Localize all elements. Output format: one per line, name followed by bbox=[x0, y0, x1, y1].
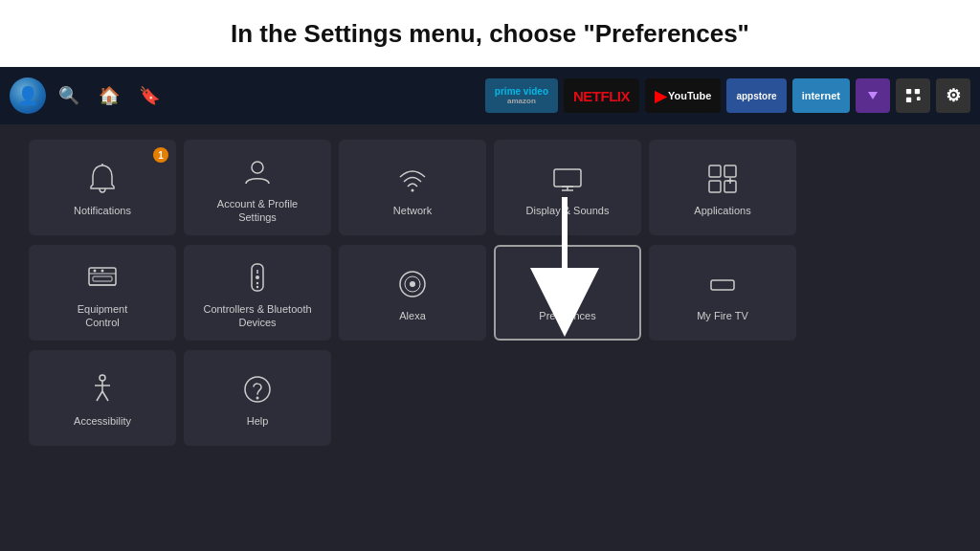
title-banner: In the Settings menu, choose "Preference… bbox=[0, 0, 980, 67]
tile-display-sounds-label: Display & Sounds bbox=[526, 204, 610, 217]
svg-point-49 bbox=[256, 396, 259, 399]
arrow-app-button[interactable] bbox=[856, 78, 890, 113]
svg-rect-2 bbox=[915, 89, 920, 94]
tile-notifications-label: Notifications bbox=[74, 204, 131, 217]
svg-rect-15 bbox=[724, 165, 736, 177]
svg-rect-10 bbox=[554, 169, 581, 187]
svg-point-28 bbox=[256, 276, 259, 279]
prime-video-button[interactable]: prime video amazon bbox=[485, 78, 558, 113]
settings-row-2-container: Equipment Control Controllers & Bluetoot… bbox=[29, 245, 951, 341]
svg-point-23 bbox=[101, 269, 104, 272]
home-icon[interactable]: 🏠 bbox=[92, 78, 126, 113]
netflix-button[interactable]: NETFLIX bbox=[564, 78, 639, 113]
svg-line-46 bbox=[97, 391, 102, 401]
svg-marker-0 bbox=[868, 92, 878, 99]
tile-accessibility[interactable]: Accessibility bbox=[29, 350, 176, 446]
tile-account[interactable]: Account & Profile Settings bbox=[184, 140, 331, 235]
tile-applications[interactable]: Applications bbox=[649, 140, 796, 235]
internet-button[interactable]: internet bbox=[792, 78, 850, 113]
grid-button[interactable] bbox=[896, 78, 930, 113]
svg-point-33 bbox=[410, 281, 415, 287]
svg-rect-1 bbox=[906, 89, 911, 94]
search-icon[interactable]: 🔍 bbox=[52, 78, 86, 113]
svg-rect-40 bbox=[711, 280, 734, 290]
nav-bar: 👤 🔍 🏠 🔖 prime video amazon NETFLIX ▶ You… bbox=[0, 67, 980, 124]
tile-alexa[interactable]: Alexa bbox=[339, 245, 486, 341]
settings-gear-button[interactable]: ⚙ bbox=[936, 78, 970, 113]
tile-help-label: Help bbox=[247, 414, 269, 428]
svg-point-39 bbox=[567, 291, 572, 297]
main-content: 1 Notifications Account & Profile Settin… bbox=[0, 124, 980, 551]
bookmark-icon[interactable]: 🔖 bbox=[132, 78, 167, 113]
tile-display-sounds[interactable]: Display & Sounds bbox=[494, 140, 641, 235]
tile-notifications[interactable]: 1 Notifications bbox=[29, 140, 176, 235]
tile-controllers[interactable]: Controllers & Bluetooth Devices bbox=[184, 245, 331, 341]
settings-row-2: Equipment Control Controllers & Bluetoot… bbox=[29, 245, 951, 341]
svg-point-9 bbox=[412, 188, 414, 191]
svg-rect-16 bbox=[709, 181, 721, 192]
tile-help[interactable]: Help bbox=[184, 350, 331, 446]
svg-rect-14 bbox=[709, 165, 721, 177]
title-text: In the Settings menu, choose "Preference… bbox=[231, 19, 749, 49]
tile-preferences-label: Preferences bbox=[539, 309, 595, 322]
svg-point-35 bbox=[568, 276, 574, 281]
svg-point-8 bbox=[252, 162, 263, 173]
appstore-button[interactable]: appstore bbox=[726, 78, 786, 113]
tile-alexa-label: Alexa bbox=[399, 309, 426, 322]
svg-rect-3 bbox=[906, 98, 911, 102]
tile-equipment-label: Equipment Control bbox=[78, 302, 128, 330]
youtube-button[interactable]: ▶ YouTube bbox=[645, 78, 721, 113]
tile-accessibility-label: Accessibility bbox=[74, 414, 131, 428]
tile-myfiretv[interactable]: My Fire TV bbox=[649, 245, 796, 341]
tile-network[interactable]: Network bbox=[339, 140, 486, 235]
settings-row-1: 1 Notifications Account & Profile Settin… bbox=[29, 140, 951, 235]
svg-point-37 bbox=[561, 283, 567, 289]
svg-point-29 bbox=[256, 282, 258, 284]
svg-point-43 bbox=[100, 375, 105, 381]
svg-point-30 bbox=[256, 286, 258, 288]
tile-controllers-label: Controllers & Bluetooth Devices bbox=[203, 302, 311, 330]
avatar[interactable]: 👤 bbox=[10, 77, 46, 114]
tile-applications-label: Applications bbox=[694, 204, 750, 217]
tile-preferences[interactable]: Preferences bbox=[494, 245, 641, 341]
settings-row-3: Accessibility Help bbox=[29, 350, 951, 446]
tile-account-label: Account & Profile Settings bbox=[217, 197, 298, 225]
svg-rect-24 bbox=[93, 276, 112, 281]
svg-line-47 bbox=[102, 391, 108, 401]
tile-myfiretv-label: My Fire TV bbox=[697, 309, 748, 322]
svg-point-22 bbox=[94, 269, 97, 272]
tile-network-label: Network bbox=[393, 204, 432, 217]
notification-badge: 1 bbox=[153, 147, 168, 163]
tile-equipment[interactable]: Equipment Control bbox=[29, 245, 176, 341]
